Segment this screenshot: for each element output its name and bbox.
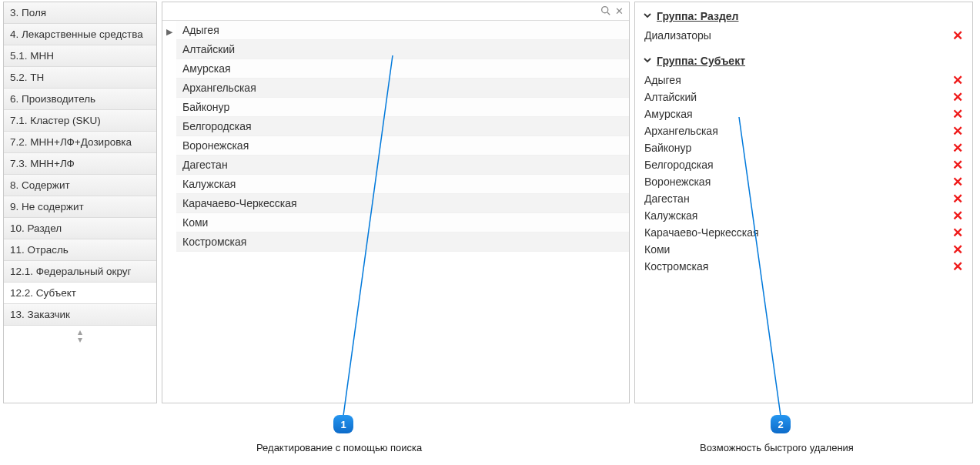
sidebar-item[interactable]: 12.2. Субъект xyxy=(4,283,156,304)
chevron-down-icon xyxy=(643,55,652,67)
svg-line-1 xyxy=(607,12,610,14)
delete-icon[interactable]: ✕ xyxy=(952,142,963,155)
group-row: Белгородская✕ xyxy=(643,156,965,173)
sidebar-item-label: 10. Раздел xyxy=(10,222,62,234)
sidebar-item-label: 4. Лекарственные средства xyxy=(10,28,143,40)
sidebar-item-label: 5.2. ТН xyxy=(10,72,44,83)
group-row: Карачаево-Черкесская✕ xyxy=(643,224,965,241)
sidebar-item[interactable]: 3. Поля xyxy=(4,2,156,24)
list-item[interactable]: Архангельская xyxy=(176,79,629,98)
search-bar: ✕ xyxy=(162,2,629,21)
sidebar-item[interactable]: 10. Раздел xyxy=(4,218,156,239)
list-item[interactable]: Адыгея xyxy=(176,21,629,40)
list-item[interactable]: Алтайский xyxy=(176,40,629,59)
group-row-label: Воронежская xyxy=(644,176,711,188)
sidebar-item-label: 5.1. МНН xyxy=(10,50,54,62)
sidebar-item[interactable]: 8. Содержит xyxy=(4,175,156,196)
list-item[interactable]: Дагестан xyxy=(176,156,629,175)
group-row-label: Костромская xyxy=(644,260,708,273)
list-item[interactable]: Карачаево-Черкесская xyxy=(176,194,629,213)
sidebar-item[interactable]: 11. Отрасль xyxy=(4,239,156,261)
sidebar: 3. Поля4. Лекарственные средства5.1. МНН… xyxy=(3,2,157,403)
group-row: Калужская✕ xyxy=(643,207,965,224)
sidebar-item-label: 11. Отрасль xyxy=(10,244,69,256)
sidebar-item[interactable]: 12.1. Федеральный округ xyxy=(4,261,156,283)
chevron-down-icon xyxy=(643,11,652,22)
group-row-label: Калужская xyxy=(644,209,697,222)
sidebar-item[interactable]: 6. Производитель xyxy=(4,89,156,110)
group-row-label: Архангельская xyxy=(644,125,718,137)
delete-icon[interactable]: ✕ xyxy=(952,209,963,222)
clear-search-icon[interactable]: ✕ xyxy=(613,5,626,17)
list-item[interactable]: Амурская xyxy=(176,59,629,79)
group-row-label: Алтайский xyxy=(644,91,697,103)
group-row-label: Карачаево-Черкесская xyxy=(644,226,759,239)
sidebar-item[interactable]: 13. Заказчик xyxy=(4,304,156,326)
sidebar-item-label: 3. Поля xyxy=(10,7,46,18)
sidebar-item-label: 12.1. Федеральный округ xyxy=(10,266,131,277)
delete-icon[interactable]: ✕ xyxy=(952,192,963,206)
sidebar-item-label: 12.2. Субъект xyxy=(10,287,76,299)
group-row-label: Амурская xyxy=(644,108,693,120)
group-row: Дагестан✕ xyxy=(643,190,965,207)
arrow-down-icon[interactable]: ▾ xyxy=(4,336,156,343)
group-row-label: Байконур xyxy=(644,142,691,154)
group-header-label: Группа: Раздел xyxy=(657,10,738,22)
list-item[interactable]: Костромская xyxy=(176,232,629,252)
sidebar-item[interactable]: 7.3. МНН+ЛФ xyxy=(4,153,156,175)
group-row: Байконур✕ xyxy=(643,139,965,156)
group-row: Диализаторы✕ xyxy=(643,27,965,44)
subject-list: АдыгеяАлтайскийАмурскаяАрхангельскаяБайк… xyxy=(176,21,629,403)
annotation-caption-2: Возможность быстрого удаления xyxy=(700,442,854,453)
group-row: Алтайский✕ xyxy=(643,89,965,105)
svg-point-0 xyxy=(602,6,608,12)
search-input[interactable] xyxy=(166,2,598,20)
group-row: Архангельская✕ xyxy=(643,122,965,139)
delete-icon[interactable]: ✕ xyxy=(952,91,963,104)
sidebar-item[interactable]: 4. Лекарственные средства xyxy=(4,24,156,45)
list-item[interactable]: Байконур xyxy=(176,98,629,117)
current-row-indicator-icon: ▶ xyxy=(162,21,176,403)
group-header[interactable]: Группа: Раздел xyxy=(643,10,965,22)
center-panel: ✕ ▶ АдыгеяАлтайскийАмурскаяАрхангельская… xyxy=(162,2,630,403)
list-item[interactable]: Воронежская xyxy=(176,136,629,156)
delete-icon[interactable]: ✕ xyxy=(952,125,963,138)
sidebar-item[interactable]: 7.2. МНН+ЛФ+Дозировка xyxy=(4,132,156,153)
annotation-caption-1: Редактирование с помощью поиска xyxy=(256,442,422,453)
sidebar-item-label: 9. Не содержит xyxy=(10,201,84,212)
sidebar-item-label: 8. Содержит xyxy=(10,179,70,191)
group-header[interactable]: Группа: Субъект xyxy=(643,55,965,67)
list-item[interactable]: Белгородская xyxy=(176,117,629,136)
delete-icon[interactable]: ✕ xyxy=(952,260,963,273)
delete-icon[interactable]: ✕ xyxy=(952,74,963,87)
sidebar-item-label: 7.3. МНН+ЛФ xyxy=(10,158,75,169)
group-row-label: Коми xyxy=(644,243,670,256)
group-row: Коми✕ xyxy=(643,241,965,258)
selection-panel: Группа: РазделДиализаторы✕Группа: Субъек… xyxy=(634,2,973,403)
annotation-badge-2: 2 xyxy=(771,415,791,433)
group-row: Костромская✕ xyxy=(643,258,965,275)
delete-icon[interactable]: ✕ xyxy=(952,176,963,189)
sidebar-item[interactable]: 5.1. МНН xyxy=(4,45,156,67)
sidebar-item[interactable]: 9. Не содержит xyxy=(4,196,156,218)
group-row-label: Белгородская xyxy=(644,159,714,171)
delete-icon[interactable]: ✕ xyxy=(952,226,963,239)
list-item[interactable]: Коми xyxy=(176,213,629,232)
delete-icon[interactable]: ✕ xyxy=(952,108,963,121)
sidebar-item[interactable]: 5.2. ТН xyxy=(4,67,156,89)
search-icon[interactable] xyxy=(598,5,613,18)
delete-icon[interactable]: ✕ xyxy=(952,29,963,42)
group-row: Воронежская✕ xyxy=(643,173,965,190)
delete-icon[interactable]: ✕ xyxy=(952,159,963,172)
delete-icon[interactable]: ✕ xyxy=(952,243,963,256)
group-row-label: Адыгея xyxy=(644,74,681,86)
list-item[interactable]: Калужская xyxy=(176,175,629,194)
sidebar-item-label: 6. Производитель xyxy=(10,93,95,105)
group-row-label: Дагестан xyxy=(644,192,690,205)
sidebar-item[interactable]: 7.1. Кластер (SKU) xyxy=(4,110,156,132)
sidebar-item-label: 7.1. Кластер (SKU) xyxy=(10,115,101,126)
group-header-label: Группа: Субъект xyxy=(657,55,745,67)
group-row-label: Диализаторы xyxy=(644,29,711,42)
sidebar-scroll-arrows[interactable]: ▴ ▾ xyxy=(4,326,156,343)
sidebar-item-label: 13. Заказчик xyxy=(10,309,70,320)
